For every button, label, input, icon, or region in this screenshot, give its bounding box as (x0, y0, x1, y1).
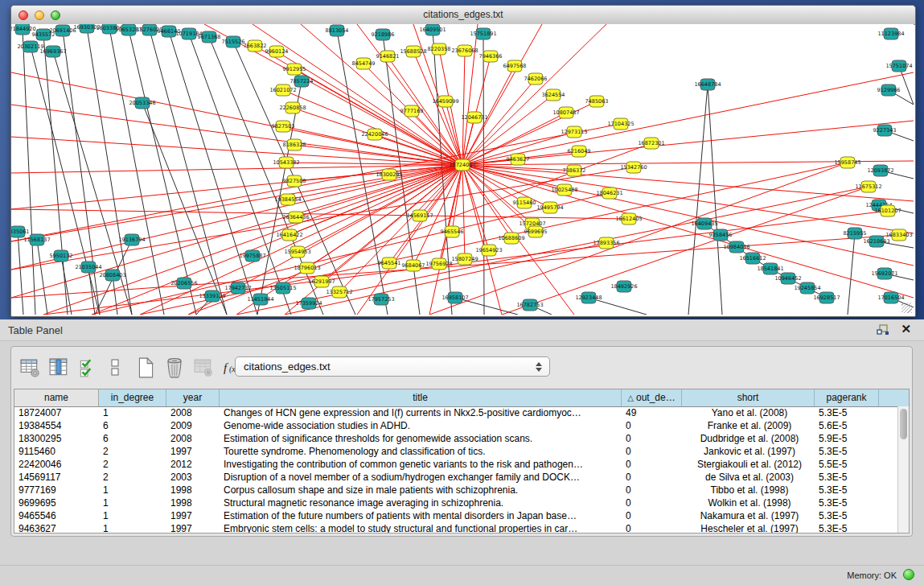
network-node[interactable]: 15807249 (451, 253, 478, 265)
close-icon[interactable]: ✕ (901, 322, 911, 336)
network-node[interactable]: 18492926 (610, 281, 637, 292)
network-node[interactable]: 8813054 (326, 25, 349, 36)
network-node[interactable]: 16101207 (874, 205, 901, 216)
table-row[interactable]: 946554611997Estimation of the future num… (14, 509, 897, 522)
network-node[interactable]: 10984036 (723, 241, 749, 253)
column-header-pagerank[interactable]: pagerank (815, 389, 879, 406)
network-node[interactable]: 16516612 (739, 253, 766, 264)
network-node[interactable]: 11675312 (855, 181, 881, 192)
network-node[interactable]: 15751074 (885, 60, 912, 72)
network-node[interactable]: 10688609 (498, 233, 524, 244)
scrollbar-thumb[interactable] (900, 409, 907, 439)
network-node[interactable]: 6497568 (503, 60, 527, 72)
network-node[interactable]: 11451944 (247, 294, 273, 305)
table-row[interactable]: 1830029562008Estimation of significance … (14, 432, 897, 445)
window-resize-grip[interactable] (901, 303, 912, 313)
network-node[interactable]: 18541841 (757, 263, 783, 274)
network-node[interactable]: 9645541 (378, 257, 401, 269)
network-node[interactable]: 16409501 (419, 24, 446, 35)
new-table-icon[interactable] (133, 355, 158, 381)
network-node[interactable]: 10946452 (774, 273, 801, 284)
network-node[interactable]: 9827503 (272, 121, 295, 132)
network-node[interactable]: 8186328 (283, 139, 306, 150)
network-node[interactable]: 19245854 (794, 282, 820, 294)
network-node[interactable]: 16928517 (813, 292, 840, 303)
network-node[interactable]: 6216049 (568, 146, 591, 157)
network-node[interactable]: 14569117 (406, 210, 433, 221)
table-row[interactable]: 977716911998Corpus callosum shape and si… (14, 484, 897, 496)
network-node[interactable]: 12973115 (561, 126, 587, 138)
table-row[interactable]: 946362711997Embryonic stem cells: a mode… (14, 522, 897, 533)
network-node[interactable]: 15342760 (620, 162, 647, 173)
table-row[interactable]: 1456911722003Disruption of a novel membe… (14, 471, 897, 484)
network-node[interactable]: 15954953 (284, 246, 310, 257)
table-row[interactable]: 969969511998Structural magnetic resonanc… (14, 496, 897, 509)
network-node[interactable]: 15692071 (871, 268, 897, 279)
network-node[interactable]: 10025488 (551, 184, 577, 196)
float-icon[interactable] (876, 323, 890, 336)
network-node[interactable]: 17957253 (368, 294, 394, 305)
network-node[interactable]: 12923448 (575, 292, 602, 303)
network-node[interactable]: 16612405 (615, 213, 642, 225)
network-node[interactable]: 9115460 (513, 197, 536, 208)
network-node[interactable]: 13339139 (199, 290, 225, 302)
network-node[interactable]: 8454749 (352, 58, 376, 69)
network-node[interactable]: 9463627 (507, 154, 530, 165)
network-node[interactable]: 15958745 (834, 157, 860, 168)
network-node[interactable]: 9218986 (372, 29, 395, 40)
network-node[interactable]: 13505115 (269, 282, 296, 294)
network-node[interactable]: 18796013 (294, 262, 320, 274)
network-node[interactable]: 20053346 (129, 97, 155, 109)
network-node[interactable]: 9129966 (877, 84, 901, 96)
network-node[interactable]: 16291997 (308, 276, 335, 287)
network-node[interactable]: 12093872 (867, 165, 893, 176)
network-node[interactable]: 9335061 (11, 226, 29, 237)
network-node[interactable]: 21035044 (75, 262, 101, 273)
network-node[interactable]: 15688528 (400, 46, 426, 57)
show-column-icon[interactable] (47, 355, 71, 381)
network-node[interactable]: 9699695 (524, 226, 548, 237)
network-node[interactable]: 7462066 (524, 73, 548, 84)
network-window-titlebar[interactable]: citations_edges.txt (11, 6, 915, 25)
select-columns-icon[interactable] (76, 355, 100, 381)
network-node[interactable]: 22260858 (279, 102, 306, 113)
network-node[interactable]: 7857224 (290, 76, 314, 87)
vertical-scrollbar[interactable] (897, 406, 909, 533)
network-node[interactable]: 15751891 (470, 28, 496, 39)
network-node[interactable]: 7515526 (222, 36, 245, 47)
network-node[interactable]: 20206556 (170, 278, 197, 289)
network-node[interactable]: 9465546 (441, 226, 464, 237)
network-node[interactable]: 16969367 (39, 46, 66, 57)
network-node[interactable]: 10543382 (273, 157, 299, 168)
delete-columns-icon[interactable] (162, 355, 187, 381)
table-row[interactable]: 2242004622012Investigating the contribut… (14, 458, 897, 471)
network-node[interactable]: 20808403 (99, 270, 125, 281)
network-canvas[interactable]: 1872400721844920943557220691406169303021… (11, 24, 914, 315)
network-node[interactable]: 19495794 (536, 202, 563, 213)
network-node[interactable]: 10807487 (552, 107, 579, 118)
table-row[interactable]: 1872400712008Changes of HCN gene express… (14, 406, 897, 419)
network-node[interactable]: 18046231 (596, 187, 622, 199)
table-mode-icon[interactable] (18, 355, 42, 381)
table-selector-dropdown[interactable]: citations_edges.txt (235, 356, 550, 377)
row-height-icon[interactable] (103, 355, 127, 381)
network-node[interactable]: 11568137 (23, 234, 50, 245)
network-node[interactable]: 8220358 (428, 43, 451, 55)
network-node[interactable]: 9960124 (265, 46, 289, 57)
memory-status-icon[interactable] (903, 569, 914, 580)
column-header-out_degree[interactable]: △out_de… (622, 389, 682, 406)
network-node[interactable]: 17104325 (607, 118, 634, 130)
network-node[interactable]: 7946366 (479, 51, 503, 62)
network-node[interactable]: 19654923 (475, 245, 502, 256)
network-node[interactable]: 9777169 (400, 105, 424, 117)
network-node[interactable]: 7663822 (244, 40, 267, 51)
column-header-in_degree[interactable]: in_degree (99, 389, 166, 406)
table-row[interactable]: 1938455462009Genome-wide association stu… (14, 419, 897, 432)
network-node[interactable]: 16409435 (691, 218, 717, 229)
network-node[interactable]: 19975887 (239, 250, 265, 262)
network-node[interactable]: 11123984 (877, 28, 904, 39)
column-header-title[interactable]: title (220, 389, 622, 406)
delete-table-icon[interactable] (191, 355, 216, 381)
column-header-name[interactable]: name (14, 389, 99, 406)
network-node[interactable]: 9146821 (376, 51, 400, 62)
